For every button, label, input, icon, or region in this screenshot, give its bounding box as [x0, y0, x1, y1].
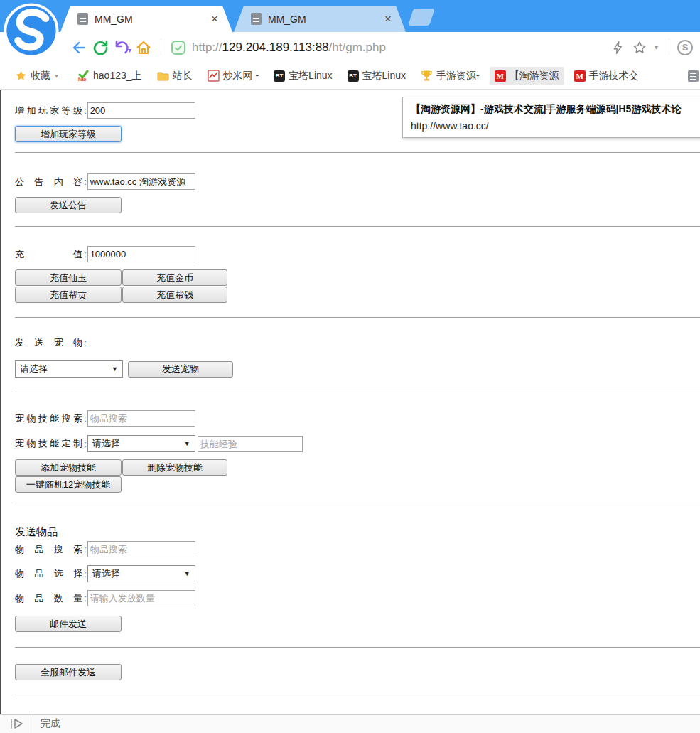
url-scheme: http://: [192, 41, 222, 54]
bookmark-label: 【淘游资源: [510, 70, 559, 82]
bookmark-shouyou-ziyuan[interactable]: 手游资源-: [416, 67, 485, 85]
colon: :: [84, 105, 87, 116]
bookmark-label: 站长: [173, 70, 193, 82]
gm-page-content: 增加玩家等级 : 增加玩家等级 公告内容 : 发送公告 充值 : 充值仙玉 充值…: [0, 90, 700, 714]
random-12-pet-skill-button[interactable]: 一键随机12宠物技能: [15, 476, 122, 493]
item-select-label: 物品选择: [15, 567, 82, 580]
page-document-icon: [251, 13, 262, 25]
favorites-caret: ▾: [55, 72, 58, 80]
chart-icon: [208, 70, 220, 82]
bookmark-favorites[interactable]: 收藏 ▾: [10, 67, 68, 85]
bookmark-chaomi[interactable]: 炒米网 -: [203, 67, 264, 85]
announce-input[interactable]: [87, 173, 195, 190]
svg-text:hao: hao: [78, 77, 87, 82]
send-pet-label: 发送宠物: [15, 336, 82, 349]
item-qty-input[interactable]: [87, 590, 195, 606]
window-edge-strip: [0, 90, 1, 714]
bookmark-label: 宝塔Linux: [362, 70, 406, 82]
send-pet-button[interactable]: 发送宠物: [128, 361, 233, 378]
section-divider: [15, 695, 700, 695]
recharge-input[interactable]: [87, 246, 195, 262]
add-level-button[interactable]: 增加玩家等级: [15, 126, 122, 142]
send-announce-button[interactable]: 发送公告: [15, 197, 122, 213]
bookmarks-bar: 收藏 ▾ hao hao123_上 站长 炒米网 - BT 宝塔Linux: [0, 63, 700, 90]
delete-pet-skill-button[interactable]: 删除宠物技能: [122, 459, 227, 476]
recharge-gold-button[interactable]: 充值金币: [122, 269, 227, 286]
bookmark-zhanzhang[interactable]: 站长: [152, 67, 198, 85]
add-level-input[interactable]: [87, 102, 195, 119]
recharge-xianyu-button[interactable]: 充值仙玉: [15, 269, 122, 286]
tab-inactive[interactable]: MM_GM ×: [234, 6, 406, 32]
bookmark-label: 宝塔Linux: [289, 70, 332, 82]
lightning-button[interactable]: [608, 37, 629, 58]
url-host: 129.204.189.113:88: [222, 41, 329, 54]
bookmark-shouyou-jishu[interactable]: M 手游技术交: [569, 67, 644, 85]
close-tab-icon[interactable]: ×: [384, 13, 392, 25]
close-tab-icon[interactable]: ×: [211, 13, 218, 25]
bookmark-label: 收藏: [31, 70, 50, 82]
trophy-icon: [421, 70, 433, 82]
back-button[interactable]: [68, 37, 90, 58]
bookmark-label: hao123_上: [93, 70, 142, 82]
address-bar[interactable]: http://129.204.189.113:88/ht/gm.php: [192, 41, 386, 55]
add-pet-skill-button[interactable]: 添加宠物技能: [15, 459, 122, 476]
page-load-icon[interactable]: [9, 718, 27, 729]
recharge-banggong-button[interactable]: 充值帮贡: [15, 287, 122, 303]
pet-select[interactable]: 请选择 ▼: [15, 360, 123, 378]
folder-icon: [157, 70, 169, 82]
favorite-star-button[interactable]: [629, 37, 650, 58]
star-dropdown-caret[interactable]: ▾: [655, 43, 658, 51]
lightning-icon: [611, 41, 625, 55]
bookmark-bt-linux-2[interactable]: BT 宝塔Linux: [343, 67, 411, 85]
tooltip-url: http://www.tao.cc/: [411, 120, 700, 132]
recharge-bangqian-button[interactable]: 充值帮钱: [122, 287, 227, 303]
pet-skill-select-value: 请选择: [92, 437, 120, 450]
bookmark-taoyou-ziyuan[interactable]: M 【淘游资源: [490, 67, 564, 85]
chevron-down-icon: ▼: [184, 440, 190, 447]
pet-skill-custom-row: 宠物技能定制 : 请选择 ▼: [15, 435, 700, 452]
tab-bar: MM_GM × MM_GM ×: [0, 0, 700, 32]
skill-exp-input[interactable]: [198, 436, 303, 452]
colon: :: [84, 439, 87, 449]
star-icon: [15, 70, 27, 82]
navigation-toolbar: ▾ http://129.204.189.113:88/ht/gm.php: [0, 32, 700, 63]
sogou-logo[interactable]: [4, 3, 59, 58]
add-level-label: 增加玩家等级: [15, 105, 82, 117]
sogou-account-icon[interactable]: S: [677, 40, 693, 55]
bookmark-label: 炒米网 -: [223, 70, 259, 82]
mail-send-button[interactable]: 邮件发送: [15, 616, 122, 632]
bookmark-hao123[interactable]: hao hao123_上: [72, 67, 147, 85]
home-button[interactable]: [133, 37, 154, 58]
item-search-input[interactable]: [87, 541, 195, 557]
bookmark-bt-linux-1[interactable]: BT 宝塔Linux: [269, 67, 337, 85]
section-divider: [15, 392, 700, 392]
bookmark-label: 手游技术交: [589, 70, 639, 82]
status-bar: 完成: [0, 714, 700, 733]
bookmark-list-icon[interactable]: [688, 70, 699, 82]
send-item-heading: 发送物品: [15, 525, 700, 539]
section-divider: [15, 503, 700, 503]
section-divider: [15, 152, 700, 153]
page-document-icon: [77, 13, 88, 25]
pet-skill-search-input[interactable]: [87, 410, 195, 427]
back-arrow-icon: [70, 39, 87, 56]
item-select[interactable]: 请选择 ▼: [87, 565, 195, 582]
chevron-down-icon: ▼: [112, 365, 118, 373]
bookmark-tooltip: 【淘游资源网】-游戏技术交流|手游服务端源码|H5游戏技术论 http://ww…: [402, 97, 700, 138]
recharge-row: 充值 :: [15, 246, 700, 262]
chevron-down-icon: ▼: [184, 570, 190, 577]
security-shield-icon[interactable]: [168, 37, 189, 58]
new-tab-button[interactable]: [408, 9, 435, 26]
all-server-mail-button[interactable]: 全服邮件发送: [15, 664, 122, 680]
star-outline-icon: [632, 40, 647, 55]
colon: :: [84, 544, 87, 555]
announce-label: 公告内容: [15, 176, 82, 188]
undo-dropdown-caret[interactable]: ▾: [128, 46, 131, 54]
refresh-button[interactable]: [90, 37, 111, 58]
m-site-icon: M: [495, 70, 506, 82]
tab-active[interactable]: MM_GM ×: [60, 6, 232, 32]
colon: :: [84, 593, 87, 604]
colon: :: [84, 413, 87, 424]
pet-skill-select[interactable]: 请选择 ▼: [87, 435, 195, 452]
bt-panel-icon: BT: [274, 70, 285, 82]
